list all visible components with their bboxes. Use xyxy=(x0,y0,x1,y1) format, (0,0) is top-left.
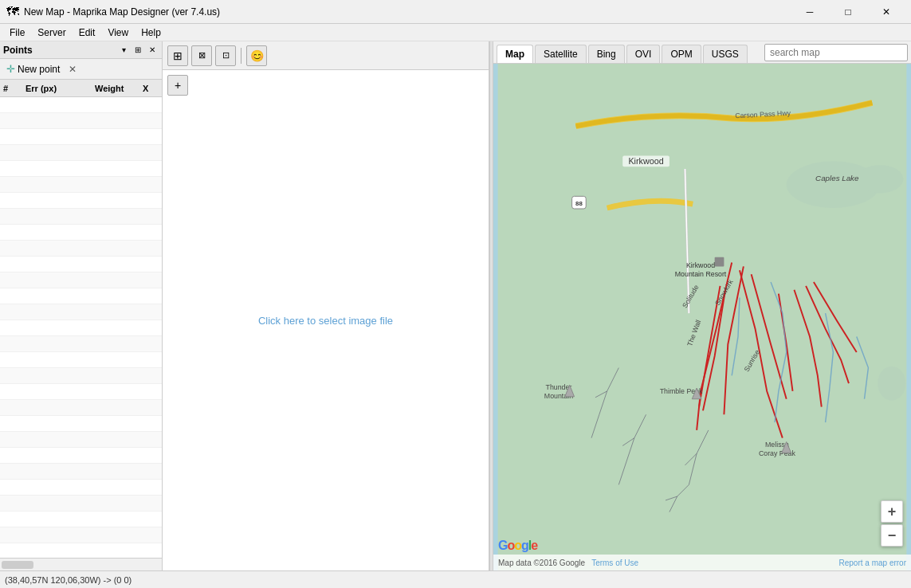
zoom-area: + xyxy=(167,75,188,96)
col-x: X xyxy=(141,84,160,93)
google-logo: Google xyxy=(498,539,537,553)
map-tabs: Map Satellite Bing OVI OPM USGS xyxy=(493,41,911,64)
svg-text:88: 88 xyxy=(575,200,583,207)
app-icon: 🗺 xyxy=(6,5,19,19)
window-controls: ─ □ ✕ xyxy=(791,0,905,24)
table-row xyxy=(0,193,162,209)
points-panel-title: Points xyxy=(3,45,114,56)
search-input[interactable] xyxy=(764,44,908,61)
minimize-button[interactable]: ─ xyxy=(791,0,828,24)
panel-close-button[interactable]: ✕ xyxy=(146,44,159,57)
zoom-in-button[interactable]: + xyxy=(167,75,188,96)
col-hash: # xyxy=(2,84,24,93)
table-row xyxy=(0,161,162,177)
svg-rect-11 xyxy=(715,257,724,267)
table-row xyxy=(0,527,162,543)
table-row xyxy=(0,432,162,448)
map-zoom-controls: + − xyxy=(881,500,903,547)
status-text: (38,40,57N 120,06,30W) -> (0 0) xyxy=(5,575,132,585)
tab-map[interactable]: Map xyxy=(497,45,533,63)
tab-ovi[interactable]: OVI xyxy=(626,45,661,63)
table-header: # Err (px) Weight X xyxy=(0,80,162,97)
table-row xyxy=(0,480,162,496)
close-button[interactable]: ✕ xyxy=(868,0,905,24)
table-row xyxy=(0,448,162,464)
fit-icon: ⊞ xyxy=(173,49,183,62)
svg-text:Kirkwood: Kirkwood xyxy=(628,156,663,166)
header-icons: ▾ ⊞ ✕ xyxy=(117,44,159,57)
image-panel: ⊞ ⊠ ⊡ 😊 + Click here to select image fil… xyxy=(163,41,489,570)
maximize-button[interactable]: □ xyxy=(830,0,866,24)
table-row xyxy=(0,272,162,288)
panel-pin-button[interactable]: ▾ xyxy=(117,44,130,57)
zoom-fit-button[interactable]: ⊠ xyxy=(191,45,212,66)
menu-file[interactable]: File xyxy=(3,25,31,40)
svg-text:Mountain Resort: Mountain Resort xyxy=(675,270,727,278)
title-bar: 🗺 New Map - Maprika Map Designer (ver 7.… xyxy=(0,0,911,24)
status-bar: (38,40,57N 120,06,30W) -> (0 0) xyxy=(0,570,911,588)
col-weight: Weight xyxy=(93,84,141,93)
smiley-button[interactable]: 😊 xyxy=(246,45,267,66)
table-row xyxy=(0,400,162,416)
table-row xyxy=(0,97,162,113)
col-err: Err (px) xyxy=(24,84,93,93)
image-select-area[interactable]: Click here to select image file xyxy=(163,70,489,570)
table-row xyxy=(0,257,162,272)
table-row xyxy=(0,352,162,368)
table-row xyxy=(0,145,162,161)
map-data-text: Map data ©2016 Google xyxy=(498,559,585,567)
zoom-fit-icon: ⊠ xyxy=(198,50,206,61)
menu-bar: File Server Edit View Help xyxy=(0,24,911,41)
panel-float-button[interactable]: ⊞ xyxy=(132,44,144,57)
table-row xyxy=(0,288,162,304)
menu-help[interactable]: Help xyxy=(135,25,167,40)
zoom-actual-button[interactable]: ⊡ xyxy=(215,45,236,66)
map-zoom-in-button[interactable]: + xyxy=(881,500,903,523)
table-row xyxy=(0,225,162,241)
map-panel: Map Satellite Bing OVI OPM USGS xyxy=(493,41,911,570)
table-row xyxy=(0,113,162,129)
table-row xyxy=(0,209,162,225)
smiley-icon: 😊 xyxy=(250,49,264,62)
clear-button[interactable]: ✕ xyxy=(66,63,79,76)
tab-bing[interactable]: Bing xyxy=(588,45,625,63)
map-attribution: Map data ©2016 Google Terms of Use Repor… xyxy=(493,555,911,570)
svg-rect-4 xyxy=(498,64,907,570)
table-row xyxy=(0,416,162,432)
tool-separator xyxy=(241,48,241,64)
window-title: New Map - Maprika Map Designer (ver 7.4.… xyxy=(24,6,791,18)
table-row xyxy=(0,496,162,512)
points-panel: Points ▾ ⊞ ✕ ✛ New point ✕ # Err (px) We… xyxy=(0,41,163,570)
tab-usgs[interactable]: USGS xyxy=(703,45,748,63)
table-row xyxy=(0,177,162,193)
svg-text:Kirkwood: Kirkwood xyxy=(686,261,715,269)
table-body[interactable] xyxy=(0,97,162,558)
table-row xyxy=(0,304,162,320)
tab-satellite[interactable]: Satellite xyxy=(535,45,587,63)
table-row xyxy=(0,241,162,257)
image-toolbar: ⊞ ⊠ ⊡ 😊 xyxy=(163,41,489,70)
fit-button[interactable]: ⊞ xyxy=(167,45,188,66)
report-link[interactable]: Report a map error xyxy=(839,559,906,567)
map-zoom-out-button[interactable]: − xyxy=(881,524,903,547)
table-row xyxy=(0,129,162,145)
menu-view[interactable]: View xyxy=(101,25,135,40)
zoom-actual-icon: ⊡ xyxy=(222,50,230,61)
menu-edit[interactable]: Edit xyxy=(73,25,102,40)
table-row xyxy=(0,368,162,384)
terms-link[interactable]: Terms of Use xyxy=(591,559,638,567)
tab-opm[interactable]: OPM xyxy=(662,45,701,63)
map-search xyxy=(764,44,908,61)
new-point-button[interactable]: ✛ New point xyxy=(3,61,63,76)
table-row xyxy=(0,320,162,336)
table-row xyxy=(0,336,162,352)
svg-text:Caples Lake: Caples Lake xyxy=(815,174,859,182)
new-point-label: New point xyxy=(18,64,60,75)
table-row xyxy=(0,512,162,527)
menu-server[interactable]: Server xyxy=(31,25,72,40)
points-toolbar: ✛ New point ✕ xyxy=(0,59,162,80)
image-click-label: Click here to select image file xyxy=(258,315,393,327)
horizontal-scrollbar[interactable] xyxy=(0,558,162,570)
map-container[interactable]: Kirkwood Caples Lake Carson Pass Hwy 88 … xyxy=(493,64,911,570)
table-row xyxy=(0,464,162,480)
